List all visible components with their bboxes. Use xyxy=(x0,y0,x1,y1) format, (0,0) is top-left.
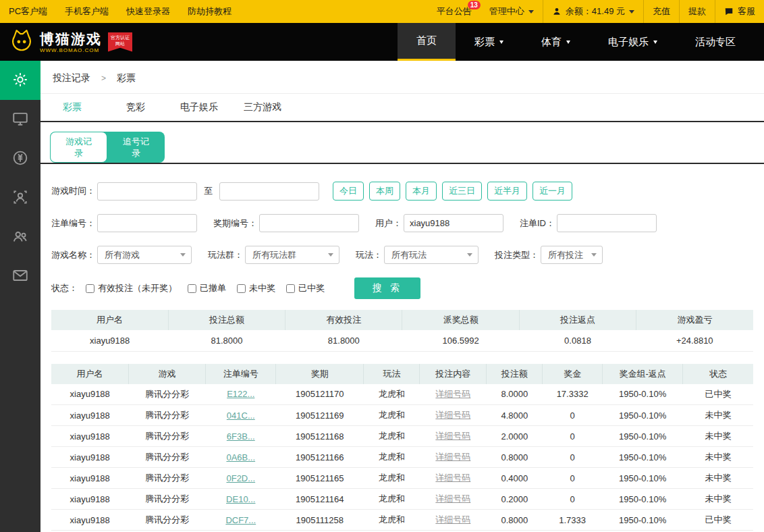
play-group-select[interactable]: 所有玩法群 xyxy=(245,246,339,264)
bet-records-header: 用户名游戏注单编号奖期玩法投注内容投注额奖金奖金组-返点状态 xyxy=(51,364,753,384)
breadcrumb-root[interactable]: 投注记录 xyxy=(53,72,90,84)
order-number-link[interactable]: 0A6B... xyxy=(226,452,255,462)
bet-content-link[interactable]: 详细号码 xyxy=(435,473,470,483)
detail-cell: 0 xyxy=(543,447,602,468)
play-select[interactable]: 所有玩法 xyxy=(384,246,479,264)
summary-cell: 0.0818 xyxy=(519,330,636,351)
withdraw-button[interactable]: 提款 xyxy=(679,0,715,23)
detail-cell: 0 xyxy=(543,468,602,489)
quick-range-button[interactable]: 本周 xyxy=(369,182,400,201)
detail-cell: 0A6B... xyxy=(206,447,276,468)
quick-range-button[interactable]: 近一月 xyxy=(533,182,572,201)
sidebar-item-mail[interactable] xyxy=(0,257,40,296)
customer-service-button[interactable]: 客服 xyxy=(715,0,764,23)
order-id-group: 注单ID： xyxy=(520,214,657,232)
tab-sports-bet[interactable]: 竞彩 xyxy=(104,94,167,121)
topbar-link[interactable]: 快速登录器 xyxy=(117,0,179,23)
sidebar-item-monitor[interactable] xyxy=(0,100,40,139)
chevron-down-icon xyxy=(629,10,634,14)
time-from-input[interactable] xyxy=(97,182,197,201)
sidebar-item-group[interactable] xyxy=(0,217,40,257)
nav-item-promotions[interactable]: 活动专区 xyxy=(676,23,755,61)
subtab-game-records[interactable]: 游戏记录 xyxy=(50,132,107,163)
sidebar-item-gear[interactable] xyxy=(0,61,40,100)
nav-item-sports[interactable]: 体育 xyxy=(522,23,589,61)
status-checkbox-option[interactable]: 已撤单 xyxy=(188,282,226,294)
nav-item-home[interactable]: 首页 xyxy=(398,23,456,61)
issue-no-group: 奖期编号： xyxy=(213,214,359,232)
tab-third-party[interactable]: 三方游戏 xyxy=(231,94,294,121)
platform-announcement[interactable]: 平台公告 13 xyxy=(428,0,481,23)
detail-cell: 龙虎和 xyxy=(364,468,420,489)
gear-icon xyxy=(11,71,29,90)
tab-e-games[interactable]: 电子娱乐 xyxy=(167,94,231,121)
bet-content-link[interactable]: 详细号码 xyxy=(435,389,470,399)
status-checkbox[interactable] xyxy=(237,284,246,293)
mail-icon xyxy=(11,267,29,286)
recharge-button[interactable]: 充值 xyxy=(643,0,679,23)
order-number-link[interactable]: 0F2D... xyxy=(226,473,255,483)
detail-cell: xiayu9188 xyxy=(51,384,128,405)
filter-row-selects: 游戏名称： 所有游戏 玩法群： 所有玩法群 xyxy=(51,246,753,264)
nav-item-lottery[interactable]: 彩票 xyxy=(456,23,522,61)
order-number-link[interactable]: E122... xyxy=(227,389,254,399)
status-checkbox-option[interactable]: 有效投注（未开奖） xyxy=(86,282,177,294)
balance-menu[interactable]: 余额：41.49 元 xyxy=(543,0,643,23)
tab-lottery[interactable]: 彩票 xyxy=(40,94,104,121)
order-id-input[interactable] xyxy=(557,214,657,232)
quick-range-button[interactable]: 今日 xyxy=(333,182,364,201)
user-input[interactable] xyxy=(404,214,503,232)
order-number-link[interactable]: DE10... xyxy=(226,494,255,504)
nav-item-egames[interactable]: 电子娱乐 xyxy=(589,23,676,61)
detail-cell: 已中奖 xyxy=(683,510,753,531)
detail-col-header: 状态 xyxy=(683,364,753,384)
detail-cell: 龙虎和 xyxy=(364,426,420,447)
sidebar-item-money[interactable] xyxy=(0,139,40,178)
logo-subtitle: WWW.BOMAO.COM xyxy=(40,47,102,53)
bet-content-link[interactable]: 详细号码 xyxy=(435,410,470,420)
topbar-link[interactable]: PC客户端 xyxy=(0,0,56,23)
quick-range-button[interactable]: 近半月 xyxy=(487,182,527,201)
status-checkbox-option[interactable]: 已中奖 xyxy=(286,282,325,294)
order-number-link[interactable]: DCF7... xyxy=(225,515,256,525)
status-checkbox[interactable] xyxy=(188,284,196,293)
detail-col-header: 奖金组-返点 xyxy=(602,364,683,384)
issue-no-input[interactable] xyxy=(259,214,359,232)
detail-cell: 龙虎和 xyxy=(364,405,420,426)
topbar-right: 平台公告 13 管理中心 余额：41.49 元 充值 提款 xyxy=(428,0,764,23)
bet-content-link[interactable]: 详细号码 xyxy=(435,494,470,504)
chevron-down-icon xyxy=(499,41,503,44)
detail-cell: 详细号码 xyxy=(420,447,487,468)
bet-content-link[interactable]: 详细号码 xyxy=(435,431,470,441)
time-label: 游戏时间： xyxy=(51,185,95,197)
detail-cell: 详细号码 xyxy=(420,384,487,405)
bet-content-link[interactable]: 详细号码 xyxy=(435,514,470,525)
order-no-input[interactable] xyxy=(97,214,197,232)
bet-type-select[interactable]: 所有投注 xyxy=(541,246,603,264)
detail-col-header: 玩法 xyxy=(364,364,420,384)
search-button[interactable]: 搜 索 xyxy=(354,277,420,299)
summary-col-header: 用户名 xyxy=(51,310,168,330)
detail-cell: 1950-0.10% xyxy=(602,510,683,531)
bet-content-link[interactable]: 详细号码 xyxy=(435,452,470,462)
detail-cell: 详细号码 xyxy=(420,510,487,531)
quick-range-button[interactable]: 本月 xyxy=(406,182,437,201)
status-checkbox[interactable] xyxy=(286,284,295,293)
quick-range-button[interactable]: 近三日 xyxy=(442,182,482,201)
subtab-chase-records[interactable]: 追号记录 xyxy=(107,132,165,163)
status-checkbox-option[interactable]: 未中奖 xyxy=(237,282,275,294)
order-number-link[interactable]: 6F3B... xyxy=(227,431,255,442)
main-content: 投注记录 > 彩票 彩票竞彩电子娱乐三方游戏 游戏记录追号记录 游戏时间： 至 … xyxy=(40,61,764,532)
status-checkbox[interactable] xyxy=(86,284,94,293)
game-name-select[interactable]: 所有游戏 xyxy=(97,246,192,264)
logo-title: 博猫游戏 xyxy=(40,31,102,47)
sidebar-item-member[interactable] xyxy=(0,178,40,217)
topbar-link[interactable]: 手机客户端 xyxy=(56,0,117,23)
detail-cell: 腾讯分分彩 xyxy=(128,489,205,510)
admin-center-menu[interactable]: 管理中心 xyxy=(481,0,543,23)
time-to-input[interactable] xyxy=(219,182,319,201)
detail-cell: 17.3332 xyxy=(543,384,602,405)
topbar-link[interactable]: 防劫持教程 xyxy=(179,0,240,23)
order-number-link[interactable]: 041C... xyxy=(227,410,255,421)
site-logo[interactable]: 博猫游戏 WWW.BOMAO.COM 官方认证网站 xyxy=(0,23,140,61)
